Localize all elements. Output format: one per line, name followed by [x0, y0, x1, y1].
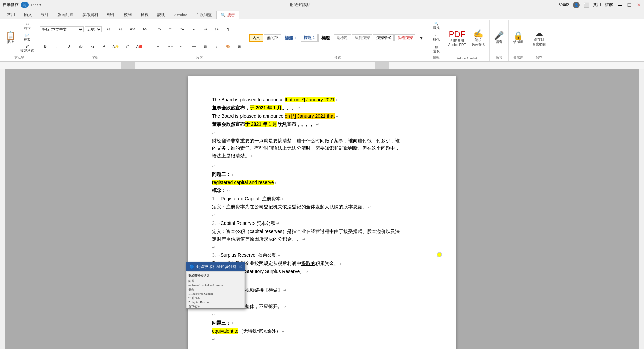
tab-baidu[interactable]: 百度網盤: [192, 10, 216, 19]
right-sidebar: [639, 69, 644, 349]
italic-button[interactable]: I: [52, 44, 62, 49]
font-size-select[interactable]: 五號: [85, 26, 102, 32]
equivalent-to-line: equivalent to（无特殊情况除外） ↵: [212, 327, 432, 335]
font-name-select[interactable]: 等線 (本文中文: [40, 26, 84, 32]
document-container[interactable]: The Board is pleased to announce that on…: [5, 69, 639, 349]
document-page[interactable]: The Board is pleased to announce that on…: [188, 76, 456, 349]
change-case-button[interactable]: Aa: [139, 26, 150, 32]
style-no-spacing[interactable]: 無間距: [264, 34, 281, 41]
increase-indent-button[interactable]: ⇥: [200, 26, 211, 32]
ruler-content: for(let i=0;i<800;i+=10){ document.curre…: [121, 62, 389, 69]
search-icon: 🔍: [221, 13, 226, 18]
style-heading1[interactable]: 標題 1: [282, 34, 300, 42]
numbering-button[interactable]: ≡1: [166, 26, 176, 32]
font-grow-button[interactable]: A↑: [103, 26, 114, 32]
tab-review[interactable]: 校閱: [119, 10, 136, 19]
save-baidu-button[interactable]: ☁ 保存到百度網盤: [530, 28, 548, 48]
font-shrink-button[interactable]: A↓: [115, 26, 126, 32]
style-subtle-emphasis[interactable]: 區別強調: [352, 34, 372, 41]
replace-button[interactable]: ↔取代: [431, 33, 442, 43]
tooltip-popup[interactable]: 🔵 翻译技术社群知识付费 ✕ 财经翻译知识点 问题二：registered ca…: [186, 262, 245, 309]
multilevel-list-button[interactable]: ≡▸: [177, 26, 188, 32]
copy-button[interactable]: 📄複製: [19, 33, 36, 43]
editing-label: 編輯: [431, 55, 442, 60]
microphone-icon: 🎤: [494, 32, 504, 40]
format-painter-button[interactable]: 🖌複製格式: [19, 44, 36, 54]
redo-button[interactable]: ↪: [35, 3, 38, 7]
clipboard-group: 📋 貼上 ✂剪下 📄複製 🖌複製格式 剪貼等: [1, 20, 38, 61]
style-subtitle[interactable]: 副標題: [334, 34, 351, 41]
find-button[interactable]: 🔍尋找: [431, 21, 442, 31]
paste-button[interactable]: 📋 貼上: [3, 28, 18, 48]
line-empty-4: ↵: [212, 243, 432, 251]
tooltip-close-button[interactable]: ✕: [238, 264, 242, 269]
justify-button[interactable]: ≡≡: [189, 44, 199, 49]
tab-help[interactable]: 說明: [153, 10, 170, 19]
style-intense-emphasis[interactable]: 明顯強調: [394, 34, 415, 41]
font-label: 字型: [40, 55, 150, 60]
tab-search[interactable]: 🔍搜尋: [216, 11, 239, 19]
tab-references[interactable]: 參考資料: [78, 10, 103, 19]
style-body[interactable]: 內文: [249, 34, 263, 42]
tab-layout[interactable]: 版面配置: [53, 10, 78, 19]
border-button[interactable]: ⊞: [234, 44, 245, 49]
comment-button[interactable]: 註解: [605, 2, 613, 8]
main-area: The Board is pleased to announce that on…: [0, 69, 644, 349]
titlebar: 自動儲存 開 ↩ ↪ ▾ 財經知識點 80062 👤 ⬜ 共用 註解 — ❐ ✕: [0, 0, 644, 10]
text-highlight-button[interactable]: 🖊: [122, 44, 133, 49]
user-avatar[interactable]: 👤: [573, 2, 580, 8]
bold-button[interactable]: B: [40, 44, 51, 49]
superscript-button[interactable]: x²: [99, 44, 109, 49]
ribbon-tab-bar: 常用 插入 設計 版面配置 參考資料 郵件 校閱 檢視 說明 Acrobat 百…: [0, 10, 644, 19]
shading-button[interactable]: 🎨: [223, 44, 233, 49]
cut-button[interactable]: ✂剪下: [19, 21, 36, 32]
item-3-def1: 盈余公积金是指企业按照规定从税后利润中提取的积累资金。 ↵: [212, 260, 432, 267]
tab-home[interactable]: 常用: [3, 10, 19, 19]
style-heading2[interactable]: 標題 2: [301, 34, 318, 42]
ribbon-toggle-button[interactable]: ⬜: [584, 2, 589, 8]
tab-view[interactable]: 檢視: [136, 10, 153, 19]
font-color-button[interactable]: A🔴: [134, 44, 145, 49]
tab-mailings[interactable]: 郵件: [103, 10, 119, 19]
style-title[interactable]: 標題: [318, 34, 333, 42]
tab-acrobat[interactable]: Acrobat: [170, 11, 192, 19]
tab-design[interactable]: 設計: [36, 10, 53, 19]
create-pdf-button[interactable]: PDF 創建共用Adobe PDF: [446, 29, 468, 48]
clear-format-button[interactable]: A✕: [127, 26, 138, 32]
request-signature-button[interactable]: ✍ 請求數位簽名: [469, 29, 487, 48]
close-button[interactable]: ✕: [636, 2, 641, 8]
line-4: 董事会欣然宣布于 2021 年 1 月欣然宣布，。。。 ↵: [212, 120, 432, 128]
item-2: 2.→Capital Reserve· 资本公积 ↵: [212, 219, 432, 227]
column-button[interactable]: ⊟: [200, 44, 211, 49]
restore-button[interactable]: ❐: [627, 2, 632, 8]
autosave-toggle[interactable]: 開: [21, 2, 29, 8]
sensitivity-button[interactable]: 🔒 敏感度: [511, 28, 526, 48]
strikethrough-button[interactable]: ab: [75, 44, 86, 49]
dictate-button[interactable]: 🎤 語音: [492, 28, 506, 48]
quick-access-dropdown[interactable]: ▾: [39, 3, 41, 7]
decrease-indent-button[interactable]: ⇤: [189, 26, 199, 32]
align-center-button[interactable]: ≡↔: [166, 44, 176, 49]
sort-button[interactable]: ↕A: [211, 26, 222, 32]
copy-icon: 📄: [25, 34, 29, 37]
subscript-button[interactable]: x₂: [87, 44, 98, 49]
line-empty-7: ↵: [212, 335, 432, 343]
cloud-save-icon: ☁: [535, 29, 543, 37]
minimize-button[interactable]: —: [617, 2, 623, 8]
underline-button[interactable]: U: [63, 44, 74, 49]
share-button[interactable]: 共用: [593, 2, 601, 8]
paste-icon: 📋: [6, 32, 16, 40]
bullets-button[interactable]: ≡•: [154, 26, 165, 32]
select-button[interactable]: ⊡選取: [431, 44, 442, 55]
pdf-icon: PDF: [449, 30, 465, 38]
text-effect-button[interactable]: A✨: [110, 44, 121, 49]
styles-more-button[interactable]: ▾: [416, 34, 427, 42]
align-left-button[interactable]: ≡←: [154, 44, 165, 49]
undo-button[interactable]: ↩: [31, 3, 34, 7]
line-3: The Board is pleased to announce on [*] …: [212, 112, 432, 120]
style-emphasis[interactable]: 強調樣式: [373, 34, 394, 41]
line-spacing-button[interactable]: ↕: [211, 44, 222, 49]
show-formatting-button[interactable]: ¶: [223, 26, 233, 32]
tab-insert[interactable]: 插入: [19, 10, 36, 19]
align-right-button[interactable]: ≡→: [177, 44, 188, 49]
